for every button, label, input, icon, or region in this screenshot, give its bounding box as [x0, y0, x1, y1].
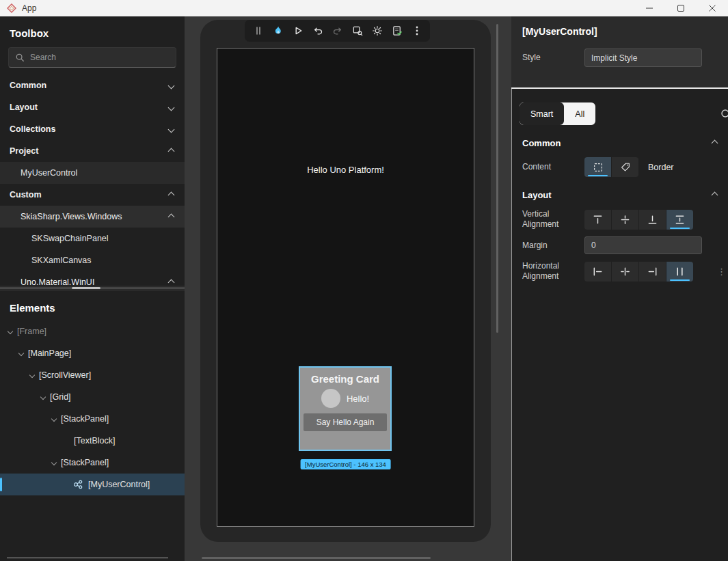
more-options-icon[interactable] [411, 25, 422, 37]
designer-toolbar [245, 20, 430, 42]
tree-item-myusercontrol[interactable]: [MyUserControl] [0, 474, 185, 495]
minimize-icon [646, 5, 653, 12]
align-top-button[interactable] [584, 210, 611, 230]
content-frame-button[interactable] [584, 157, 611, 177]
content-tag-button[interactable] [612, 157, 638, 177]
chevron-up-icon[interactable] [712, 140, 718, 147]
toolbox-search-input[interactable] [30, 53, 170, 62]
stretch-horizontal-button[interactable] [666, 262, 693, 282]
chevron-down-icon[interactable] [8, 329, 13, 334]
minimize-button[interactable] [634, 0, 665, 16]
hello-textblock[interactable]: Hello Uno Platform! [217, 165, 474, 175]
tree-item-grid[interactable]: [Grid] [0, 386, 185, 408]
tree-item-scrollviewer[interactable]: [ScrollViewer] [0, 364, 185, 386]
chevron-up-icon[interactable] [712, 192, 718, 199]
chevron-down-icon [168, 82, 175, 89]
chevron-down-icon[interactable] [29, 372, 35, 378]
design-surface[interactable]: Hello Uno Platform! Greeting Card Hello!… [217, 48, 474, 527]
tree-item-frame[interactable]: [Frame] [0, 320, 185, 342]
common-section-header[interactable]: Common [511, 138, 728, 148]
window-titlebar: App [0, 0, 728, 16]
sidebar-bottom-divider[interactable] [7, 558, 168, 558]
align-bottom-button[interactable] [639, 210, 666, 230]
chevron-down-icon [168, 126, 175, 133]
chevron-up-icon [168, 279, 175, 286]
toolbox-section-layout[interactable]: Layout [0, 96, 185, 118]
tab-smart[interactable]: Smart [520, 102, 564, 125]
element-picker-icon[interactable] [351, 25, 363, 37]
content-property-row: Content Border [511, 157, 728, 177]
redo-icon[interactable] [332, 25, 343, 37]
elements-panel: Elements [Frame] [MainPage] [ScrollViewe… [0, 291, 185, 495]
form-check-icon[interactable] [391, 25, 403, 37]
toolbox-group-skiasharp[interactable]: SkiaSharp.Views.Windows [0, 206, 185, 228]
avatar-circle[interactable] [321, 389, 340, 408]
toolbox-item-label: SKSwapChainPanel [31, 234, 109, 243]
align-vcenter-button[interactable] [612, 210, 638, 230]
toolbox-section-common[interactable]: Common [0, 74, 185, 96]
theme-toggle-icon[interactable] [371, 25, 383, 37]
layout-section-header[interactable]: Layout [511, 190, 728, 200]
toolbox-searchbox[interactable] [8, 47, 176, 68]
left-sidebar: Toolbox Common Layout Collections [0, 16, 185, 561]
align-hcenter-button[interactable] [612, 262, 638, 282]
search-icon [15, 53, 25, 62]
align-left-button[interactable] [584, 262, 611, 282]
close-button[interactable] [697, 0, 728, 16]
hot-reload-flame-icon[interactable] [272, 25, 284, 37]
card-greeting-text[interactable]: Hello! [347, 394, 369, 404]
tree-item-label: [MyUserControl] [88, 480, 150, 489]
play-icon[interactable] [292, 25, 304, 37]
close-icon [709, 5, 716, 12]
toolbox-section-collections[interactable]: Collections [0, 118, 185, 140]
tree-item-textblock[interactable]: [TextBlock] [0, 430, 185, 452]
toolbox-group-unomaterial[interactable]: Uno.Material.WinUI [0, 271, 185, 286]
undo-icon[interactable] [312, 25, 323, 37]
style-input[interactable] [584, 49, 702, 67]
toolbox-item-skswapchainpanel[interactable]: SKSwapChainPanel [0, 228, 185, 249]
window-title: App [22, 3, 36, 13]
tree-item-stackpanel-2[interactable]: [StackPanel] [0, 452, 185, 474]
section-label: Project [10, 146, 38, 156]
search-icon[interactable] [720, 108, 728, 120]
tree-item-label: [TextBlock] [74, 436, 115, 446]
tree-item-label: [StackPanel] [61, 458, 109, 467]
toolbox-item-myusercontrol[interactable]: MyUserControl [0, 162, 185, 184]
canvas-vertical-scrollbar[interactable] [496, 24, 498, 333]
align-right-button[interactable] [639, 262, 666, 282]
group-label: SkiaSharp.Views.Windows [21, 212, 122, 221]
toolbox-panel: Toolbox Common Layout Collections [0, 16, 185, 286]
stretch-vertical-button[interactable] [666, 210, 693, 230]
tree-item-stackpanel-1[interactable]: [StackPanel] [0, 408, 185, 430]
selection-size-badge: [MyUserControl] - 146 x 134 [300, 459, 391, 469]
property-inspector: [MyUserControl] Style Smart All Common C… [511, 16, 728, 561]
chevron-down-icon[interactable] [51, 460, 57, 465]
inspector-header: [MyUserControl] Style [511, 16, 728, 87]
tree-item-label: [MainPage] [28, 348, 71, 358]
tab-all[interactable]: All [564, 102, 595, 125]
vertical-alignment-group [584, 210, 693, 230]
drag-handle-icon[interactable] [252, 25, 264, 37]
maximize-button[interactable] [665, 0, 697, 16]
toolbox-section-project[interactable]: Project [0, 140, 185, 162]
toolbox-item-skxamlcanvas[interactable]: SKXamlCanvas [0, 249, 185, 271]
margin-input[interactable] [584, 236, 702, 254]
section-label: Collections [10, 124, 55, 134]
more-options-icon[interactable]: ⋮ [717, 266, 726, 277]
toolbox-title: Toolbox [0, 16, 185, 46]
sidebar-splitter[interactable] [0, 286, 185, 291]
chevron-down-icon[interactable] [18, 351, 24, 356]
section-title: Layout [522, 190, 552, 200]
toolbox-section-custom[interactable]: Custom [0, 184, 185, 206]
card-title[interactable]: Greeting Card [311, 373, 379, 385]
canvas-horizontal-scrollbar[interactable] [202, 557, 431, 559]
design-canvas[interactable]: Hello Uno Platform! Greeting Card Hello!… [185, 16, 511, 561]
tree-item-mainpage[interactable]: [MainPage] [0, 342, 185, 364]
tree-item-label: [Grid] [50, 392, 71, 402]
chevron-down-icon[interactable] [51, 416, 57, 422]
vertical-alignment-row: Vertical Alignment [511, 209, 728, 230]
chevron-up-icon [168, 213, 175, 220]
say-hello-again-button[interactable]: Say Hello Again [304, 413, 387, 431]
chevron-down-icon[interactable] [40, 394, 46, 400]
greeting-card-control[interactable]: Greeting Card Hello! Say Hello Again [299, 366, 392, 451]
